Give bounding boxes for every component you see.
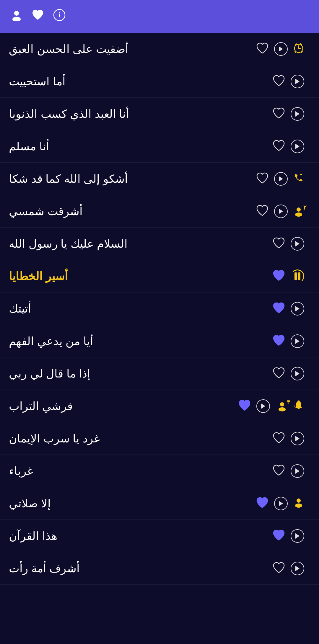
- play-button[interactable]: [291, 75, 304, 88]
- item-actions: [272, 464, 304, 478]
- svg-point-26: [298, 408, 300, 409]
- heart-button[interactable]: [272, 75, 285, 88]
- item-title-area: غرد يا سرب الإيمان: [9, 432, 272, 445]
- svg-point-32: [295, 504, 302, 508]
- heart-button[interactable]: [256, 497, 269, 510]
- ringtone-title: السلام عليك يا رسول الله: [9, 237, 128, 250]
- play-button[interactable]: [291, 237, 304, 251]
- play-button[interactable]: [291, 432, 304, 445]
- play-button[interactable]: [291, 107, 304, 121]
- item-title-area: أشرقت شمسي: [9, 205, 256, 218]
- item-title-area: فرشي التراب: [9, 400, 238, 413]
- svg-marker-34: [295, 566, 300, 571]
- heart-button[interactable]: [272, 432, 285, 445]
- play-button[interactable]: [274, 497, 288, 510]
- ringtone-title: أنا مسلم: [9, 140, 49, 153]
- play-button[interactable]: [291, 529, 304, 543]
- item-title-area: غرباء: [9, 465, 272, 478]
- loading-ring: [291, 269, 304, 283]
- item-actions: [272, 529, 304, 543]
- info-icon[interactable]: i: [53, 9, 66, 24]
- heart-button[interactable]: [272, 140, 285, 153]
- list-item: أنا العبد الذي كسب الذنوبا: [0, 98, 319, 130]
- ringtone-title: هذا القرآن: [9, 529, 57, 542]
- item-actions: [272, 237, 304, 251]
- svg-marker-28: [295, 436, 300, 441]
- favorites-icon[interactable]: [31, 9, 44, 24]
- list-item: إلا صلاتي: [0, 487, 319, 520]
- play-button[interactable]: [291, 302, 304, 316]
- item-actions: [256, 42, 304, 56]
- heart-button[interactable]: [272, 334, 285, 348]
- list-item: أضفيت على الحسن العبق: [0, 33, 319, 65]
- play-button[interactable]: [274, 172, 288, 186]
- heart-button[interactable]: [272, 269, 285, 283]
- svg-marker-4: [279, 46, 283, 52]
- ringtone-title: أيا من يدعي الفهم: [9, 335, 93, 348]
- svg-point-17: [297, 207, 301, 212]
- list-item: أتيتك: [0, 292, 319, 325]
- play-button[interactable]: [291, 464, 304, 478]
- ringtone-title: أما استحييت: [9, 75, 66, 88]
- heart-button[interactable]: [272, 302, 285, 316]
- svg-point-25: [279, 407, 286, 411]
- alarm-icon: [293, 42, 304, 56]
- item-title-area: أما استحييت: [9, 75, 272, 88]
- item-title-area: أتيتك: [9, 302, 272, 315]
- pause-button[interactable]: [294, 272, 300, 280]
- svg-marker-16: [279, 209, 283, 214]
- play-button[interactable]: [256, 399, 270, 413]
- heart-button[interactable]: [256, 205, 269, 218]
- item-actions: [272, 367, 304, 380]
- heart-button[interactable]: [238, 399, 251, 413]
- item-actions: [272, 334, 304, 348]
- play-button[interactable]: [291, 334, 304, 348]
- ringtone-title: أتيتك: [9, 302, 31, 315]
- item-actions: ۳: [238, 399, 304, 413]
- svg-marker-22: [295, 371, 300, 376]
- person2-icon: ۲: [293, 206, 304, 217]
- svg-marker-30: [279, 501, 283, 506]
- heart-button[interactable]: [256, 42, 269, 56]
- list-item: إذا ما قال لي ربي: [0, 357, 319, 390]
- list-item: هذا القرآن: [0, 520, 319, 552]
- ringtone-title: أشرف أمة رأت: [9, 562, 80, 575]
- item-title-area: أنا مسلم: [9, 140, 272, 153]
- play-button[interactable]: [274, 205, 288, 218]
- svg-point-0: [14, 11, 19, 16]
- bell-icon: [293, 399, 304, 413]
- play-button[interactable]: [291, 140, 304, 153]
- list-item: ۳ فرشي التراب: [0, 390, 319, 422]
- svg-point-18: [295, 213, 302, 217]
- list-item: السلام عليك يا رسول الله: [0, 228, 319, 260]
- item-title-area: إذا ما قال لي ربي: [9, 367, 272, 380]
- item-actions: [272, 432, 304, 445]
- play-button[interactable]: [291, 562, 304, 575]
- svg-text:i: i: [58, 11, 60, 19]
- ringtone-title: أنا العبد الذي كسب الذنوبا: [9, 107, 129, 120]
- heart-button[interactable]: [272, 529, 285, 543]
- item-title-area: هذا القرآن: [9, 529, 272, 542]
- ringtone-title: غرباء: [9, 465, 33, 478]
- play-button[interactable]: [274, 42, 288, 56]
- ringtone-title: غرد يا سرب الإيمان: [9, 432, 100, 445]
- ringtone-title: أشكو إلى الله كما قد شكا: [9, 172, 128, 185]
- heart-button[interactable]: [272, 464, 285, 478]
- profile-icon[interactable]: [11, 9, 22, 24]
- play-button[interactable]: [291, 367, 304, 380]
- heart-button[interactable]: [272, 107, 285, 121]
- list-item: ۲ أشرقت شمسي: [0, 195, 319, 228]
- svg-marker-14: [295, 144, 300, 149]
- heart-button[interactable]: [256, 172, 269, 186]
- header-icons: i: [11, 9, 66, 24]
- list-item: غرد يا سرب الإيمان: [0, 422, 319, 455]
- badge-2: ۲: [303, 204, 307, 211]
- ringtone-title: إذا ما قال لي ربي: [9, 367, 90, 380]
- heart-button[interactable]: [272, 562, 285, 575]
- list-item: غرباء: [0, 455, 319, 487]
- heart-button[interactable]: [272, 237, 285, 251]
- item-actions: [256, 497, 304, 510]
- heart-button[interactable]: [272, 367, 285, 380]
- svg-point-24: [280, 402, 284, 406]
- list-item: أما استحييت: [0, 65, 319, 98]
